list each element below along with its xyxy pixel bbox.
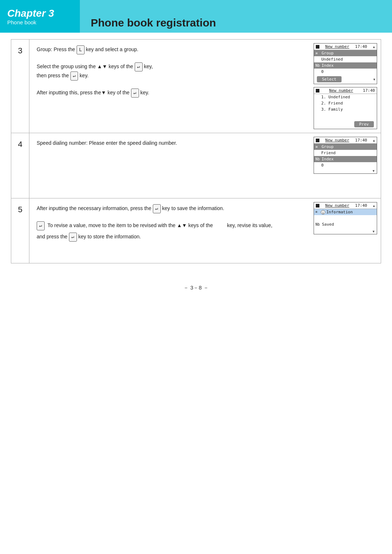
screen-2-option-3: 3. Family	[314, 106, 377, 112]
signal-icon-2	[316, 89, 319, 93]
group-icon-4: ≡	[315, 145, 320, 149]
screen-2-prev-row: Prev	[314, 120, 377, 129]
step-3-content: Group: Press the L key and select a grou…	[29, 40, 314, 133]
screen-4-index-header: Nb Index	[314, 156, 377, 162]
index-icon-4: Nb	[315, 157, 320, 161]
main-content: 3 Group: Press the L key and select a gr…	[0, 33, 392, 270]
signal-icon-5	[316, 204, 319, 208]
saved-label: Saved	[322, 222, 334, 227]
screen-4-group-header: ≡ Group	[314, 144, 377, 150]
screen-4-group-value: Friend	[314, 150, 377, 156]
step-4-screen-1: New number 17:40 ▲ ≡ Group Friend Nb Ind…	[314, 137, 377, 174]
key-enter-icon-5a: ↵	[153, 204, 161, 213]
group-label-4: Group	[322, 144, 375, 149]
key-l-icon: L	[77, 45, 85, 54]
screen-5-scrolldn-row: ▼	[314, 229, 377, 234]
screen-5-info-row: ≡ i Information	[314, 209, 377, 215]
step-5-row: 5 After inputting the necessary informat…	[11, 198, 381, 263]
step-3-row: 3 Group: Press the L key and select a gr…	[11, 39, 381, 133]
key-enter-icon-3: ↵	[131, 89, 139, 98]
scroll-down-icon: ▼	[373, 78, 375, 81]
screen-4-index-value: 0	[314, 162, 377, 168]
key-enter-icon-5b: ↵	[37, 221, 45, 230]
screen-1-select-row: Select ▼	[314, 75, 377, 84]
scroll-up-icon-4: ▲	[373, 139, 375, 142]
screen-2-spacer	[314, 112, 377, 120]
step-5-line-1: After inputting the necessary informatio…	[37, 204, 306, 213]
step-3-screen-2: New number 17:40 1. Undefined 2. Friend …	[314, 87, 377, 129]
step-3-line-3: After inputting this, press the▼ key of …	[37, 89, 306, 98]
page-footer: － 3－8 －	[0, 284, 392, 291]
page-title-block: Phone book registration	[80, 0, 392, 33]
screen-5-title: New number	[325, 203, 349, 208]
scroll-down-icon-5: ▼	[373, 230, 375, 233]
step-4-number: 4	[11, 133, 29, 198]
screen-4-title: New number	[325, 138, 349, 143]
screen-2-option-1: 1. Undefined	[314, 94, 377, 100]
info-icon: i	[321, 210, 325, 214]
index-label-4: Index	[322, 157, 375, 161]
key-enter-icon-5c: ↵	[69, 233, 77, 242]
screen-4-scrolldn-row: ▼	[314, 168, 377, 173]
page-number: － 3－8 －	[183, 284, 209, 291]
info-left-sym: ≡	[315, 210, 320, 214]
screen-1-time: 17:40	[355, 44, 367, 49]
screen-4-time: 17:40	[355, 138, 367, 143]
page-title: Phone book registration	[91, 17, 216, 29]
screen-4-titlebar: New number 17:40 ▲	[314, 137, 377, 144]
screen-1-index-value: 0	[314, 69, 377, 75]
scroll-up-icon-5: ▲	[373, 204, 375, 208]
screen-1-index-header: Nb Index	[314, 62, 377, 69]
scroll-up-icon: ▲	[373, 45, 375, 49]
step-3-line-1: Group: Press the L key and select a grou…	[37, 45, 306, 54]
screen-5-spacer	[314, 215, 377, 221]
step-3-screens: New number 17:40 ▲ ≡ Group Undefined Nb …	[314, 40, 381, 133]
screen-2-time: 17:40	[363, 88, 375, 93]
group-label: Group	[322, 51, 375, 56]
step-3-number: 3	[11, 40, 29, 133]
step-5-line-3: and press the ↵ key to store the informa…	[37, 233, 306, 242]
chapter-label: Chapter 3	[7, 8, 73, 19]
screen-5-saved-row: Nb Saved	[314, 221, 377, 227]
step-3-line-2: Select the group using the ▲▼ keys of th…	[37, 62, 306, 81]
nb-icon-5: Nb	[315, 222, 320, 226]
phonebook-sub-label: Phone book	[7, 19, 73, 25]
info-label: Information	[326, 210, 353, 214]
signal-icon	[316, 45, 319, 49]
screen-2-title: New number	[329, 88, 353, 93]
step-5-screen-1: New number 17:40 ▲ ≡ i Information Nb Sa…	[314, 202, 377, 234]
step-5-line-2-block: ↵ To revise a value, move to the item to…	[37, 221, 306, 230]
screen-2-option-2: 2. Friend	[314, 100, 377, 106]
screen-1-group-header: ≡ Group	[314, 50, 377, 56]
step-5-content: After inputting the necessary informatio…	[29, 198, 314, 263]
step-5-line-2: To revise a value, move to the item to b…	[48, 221, 273, 229]
step-5-screens: New number 17:40 ▲ ≡ i Information Nb Sa…	[314, 198, 381, 263]
index-icon: Nb	[315, 63, 320, 67]
step-4-row: 4 Speed dialing number: Please enter the…	[11, 133, 381, 198]
prev-button[interactable]: Prev	[354, 121, 374, 127]
page-header: Chapter 3 Phone book Phone book registra…	[0, 0, 392, 33]
step-4-line-1: Speed dialing number: Please enter the s…	[37, 139, 306, 147]
chapter-block: Chapter 3 Phone book	[0, 0, 80, 33]
step-3-screen-1: New number 17:40 ▲ ≡ Group Undefined Nb …	[314, 43, 377, 84]
screen-1-title: New number	[325, 44, 349, 49]
screen-5-time: 17:40	[355, 203, 367, 208]
step-5-number: 5	[11, 198, 29, 263]
scroll-down-icon-4: ▼	[373, 169, 375, 173]
step-5-line-2-text: ↵	[37, 221, 45, 230]
key-enter-icon-2: ↵	[70, 71, 78, 81]
screen-2-titlebar: New number 17:40	[314, 87, 377, 94]
group-icon: ≡	[315, 51, 320, 55]
signal-icon-4	[316, 139, 319, 142]
screen-1-titlebar: New number 17:40 ▲	[314, 44, 377, 50]
select-button[interactable]: Select	[317, 76, 342, 82]
screen-1-group-value: Undefined	[314, 56, 377, 62]
index-label: Index	[322, 63, 375, 68]
screen-5-titlebar: New number 17:40 ▲	[314, 202, 377, 209]
step-4-screens: New number 17:40 ▲ ≡ Group Friend Nb Ind…	[314, 133, 381, 198]
step-4-content: Speed dialing number: Please enter the s…	[29, 133, 314, 198]
key-enter-icon-1: ↵	[135, 62, 143, 71]
